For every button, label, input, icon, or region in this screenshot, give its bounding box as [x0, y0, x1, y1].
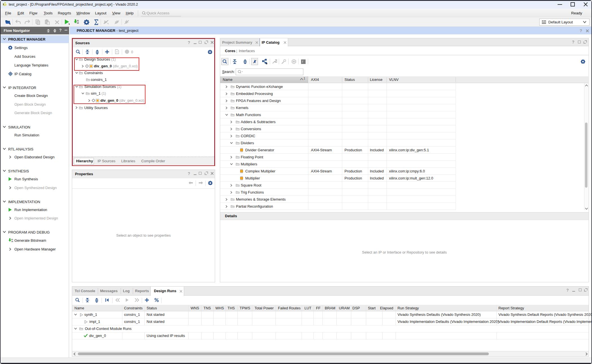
- svg-text:10: 10: [77, 22, 79, 24]
- svg-text:01: 01: [11, 239, 13, 240]
- svg-text:01: 01: [77, 20, 79, 22]
- svg-text:10: 10: [11, 241, 13, 242]
